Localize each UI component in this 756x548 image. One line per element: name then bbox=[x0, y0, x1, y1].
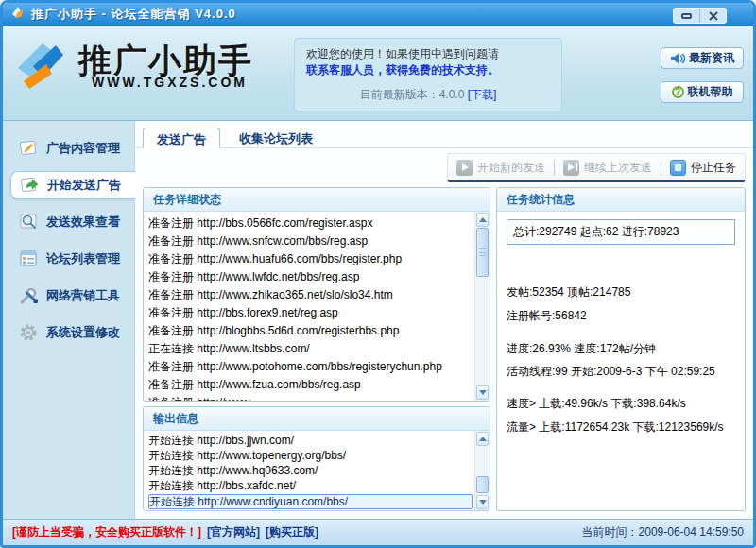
stat-progress: 进度:26.93% 速度:172帖/分钟 bbox=[507, 340, 735, 357]
toolbar-row: 开始新的发送 继续上次发送 停止任务 bbox=[135, 148, 753, 182]
scroll-down-button[interactable] bbox=[476, 385, 489, 400]
sidebar-item-forum-list[interactable]: 论坛列表管理 bbox=[10, 245, 134, 273]
task-status-row[interactable]: 准备注册 http://www.snfcw.com/bbs/reg.asp bbox=[148, 232, 472, 250]
download-link[interactable]: [下载] bbox=[468, 88, 497, 101]
chevron-up-icon bbox=[479, 217, 487, 222]
stat-threads: 活动线程:99 开始:2009-6-3 下午 02:59:25 bbox=[507, 363, 735, 380]
task-status-row[interactable]: 准备注册 http://www bbox=[148, 394, 472, 401]
logo-glyph-icon bbox=[14, 40, 75, 93]
output-row[interactable]: 开始连接 http://www.topenergy.org/bbs/ bbox=[148, 449, 472, 464]
tab-send-ads[interactable]: 发送广告 bbox=[143, 128, 220, 148]
scrollbar-thumb[interactable] bbox=[476, 228, 489, 277]
content-area: 发送广告 收集论坛列表 开始新的发送 继续上次发送 bbox=[135, 121, 753, 519]
sidebar-item-label: 开始发送广告 bbox=[47, 177, 121, 194]
buy-genuine-link[interactable]: [购买正版] bbox=[266, 524, 318, 540]
task-status-row[interactable]: 正在连接 http://www.ltsbbs.com/ bbox=[148, 340, 472, 358]
task-status-row[interactable]: 准备注册 http://www.zhikao365.net/slo/slo34.… bbox=[148, 286, 472, 304]
speaker-icon bbox=[670, 52, 685, 65]
continue-last-send-button[interactable]: 继续上次发送 bbox=[563, 160, 652, 176]
news-button[interactable]: 最新资讯 bbox=[661, 47, 744, 69]
titlebar[interactable]: 推广小助手 - 论坛全能营销 V4.0.0 bbox=[3, 3, 753, 26]
tools-icon bbox=[18, 285, 39, 306]
window-controls bbox=[673, 8, 727, 24]
version-text: 目前最新版本：4.0.0 bbox=[360, 88, 468, 101]
task-status-row[interactable]: 准备注册 http://bbs.0566fc.com/register.aspx bbox=[148, 214, 472, 232]
task-status-row[interactable]: 准备注册 http://www.lwfdc.net/bbs/reg.asp bbox=[148, 268, 472, 286]
sidebar-item-ad-content[interactable]: 广告内容管理 bbox=[10, 134, 134, 163]
tab-strip: 发送广告 收集论坛列表 bbox=[135, 121, 753, 148]
output-row[interactable]: 开始连接 http://bbs.xafdc.net/ bbox=[148, 479, 472, 494]
task-status-list: 准备注册 http://bbs.0566fc.com/register.aspx… bbox=[144, 212, 474, 401]
sidebar-item-start-sending[interactable]: 开始发送广告 bbox=[10, 171, 135, 199]
gear-icon bbox=[18, 322, 39, 343]
right-column: 任务统计信息 总计:292749 起点:62 进行:78923 发帖:52354… bbox=[496, 187, 746, 511]
task-status-row[interactable]: 准备注册 http://www.fzua.com/bbs/reg.asp bbox=[148, 376, 472, 394]
close-icon bbox=[709, 11, 718, 21]
output-row[interactable]: 开始连接 http://www.hq0633.com/ bbox=[148, 464, 472, 479]
header: 推广小助手 WWW.TGXZS.COM 欢迎您的使用！如果使用中遇到问题请 联系… bbox=[3, 26, 753, 121]
send-page-icon bbox=[19, 175, 40, 196]
stop-icon bbox=[670, 160, 686, 176]
list-window-icon bbox=[18, 248, 39, 269]
app-window: 推广小助手 - 论坛全能营销 V4.0.0 推广小助手 WWW.TGXZS.CO… bbox=[0, 0, 756, 548]
sidebar-item-label: 系统设置修改 bbox=[46, 324, 120, 341]
stat-traffic: 流量> 上载:1172654.23k 下载:12123569k/s bbox=[507, 419, 735, 436]
stats-body: 总计:292749 起点:62 进行:78923 发帖:52354 顶帖:214… bbox=[497, 212, 745, 510]
close-button[interactable] bbox=[700, 9, 726, 23]
scroll-up-button[interactable] bbox=[476, 213, 489, 227]
task-status-row[interactable]: 准备注册 http://www.potohome.com/bbs/registe… bbox=[148, 358, 472, 376]
welcome-line1: 欢迎您的使用！如果使用中遇到问题请 bbox=[306, 46, 550, 62]
chevron-up-icon bbox=[479, 437, 487, 441]
sidebar-item-system-settings[interactable]: 系统设置修改 bbox=[10, 318, 134, 347]
task-status-panel-title: 任务详细状态 bbox=[144, 188, 490, 212]
sidebar-item-label: 论坛列表管理 bbox=[46, 250, 120, 267]
stat-accounts: 注册帐号:56842 bbox=[507, 307, 735, 324]
scroll-up-button[interactable] bbox=[476, 432, 489, 446]
logo-title: 推广小助手 bbox=[78, 43, 253, 78]
window-title: 推广小助手 - 论坛全能营销 V4.0.0 bbox=[31, 6, 236, 23]
task-status-row[interactable]: 准备注册 http://www.huafu66.com/bbs/register… bbox=[148, 250, 472, 268]
help-button[interactable]: ? 联机帮助 bbox=[661, 81, 744, 103]
continue-last-send-label: 继续上次发送 bbox=[584, 160, 652, 176]
output-panel-title: 输出信息 bbox=[144, 407, 490, 431]
output-scrollbar[interactable] bbox=[474, 431, 490, 510]
start-new-send-label: 开始新的发送 bbox=[477, 160, 545, 176]
start-new-send-button[interactable]: 开始新的发送 bbox=[456, 160, 545, 176]
edit-note-icon bbox=[18, 138, 39, 159]
official-site-link[interactable]: [官方网站] bbox=[207, 524, 260, 540]
minimize-button[interactable] bbox=[674, 9, 699, 23]
logo-url: WWW.TGXZS.COM bbox=[92, 75, 253, 90]
toolbar: 开始新的发送 继续上次发送 停止任务 bbox=[447, 153, 746, 182]
stat-speed: 速度> 上载:49.96k/s 下载:398.64k/s bbox=[507, 395, 735, 412]
sidebar-item-send-results[interactable]: 发送效果查看 bbox=[10, 208, 134, 236]
tab-collect-forums[interactable]: 收集论坛列表 bbox=[226, 128, 326, 147]
app-logo-icon bbox=[10, 5, 26, 24]
output-list: 开始连接 http://bbs.jjwn.com/ 开始连接 http://ww… bbox=[144, 431, 474, 510]
output-row[interactable]: 开始连接 http://bbs.jjwn.com/ bbox=[148, 434, 472, 449]
task-status-scrollbar[interactable] bbox=[474, 212, 490, 401]
output-row-selected[interactable]: 开始连接 http://www.cndiyuan.com/bbs/ bbox=[148, 494, 472, 509]
scrollbar-track[interactable] bbox=[476, 447, 489, 494]
task-status-body: 准备注册 http://bbs.0566fc.com/register.aspx… bbox=[144, 212, 490, 401]
stat-posts: 发帖:52354 顶帖:214785 bbox=[507, 283, 735, 300]
task-status-row[interactable]: 准备注册 http://blogbbs.5d6d.com/registerbbs… bbox=[148, 322, 472, 340]
stats-summary-box: 总计:292749 起点:62 进行:78923 bbox=[507, 219, 735, 245]
play-icon bbox=[456, 160, 472, 176]
status-bar: [谨防上当受骗，安全购买正版软件！] [官方网站] [购买正版] 当前时间：20… bbox=[3, 519, 753, 545]
scrollbar-track[interactable] bbox=[476, 228, 489, 385]
output-body: 开始连接 http://bbs.jjwn.com/ 开始连接 http://ww… bbox=[144, 431, 490, 510]
contact-support-link[interactable]: 联系客服人员，获得免费的技术支持。 bbox=[306, 62, 550, 78]
sidebar: 广告内容管理 开始发送广告 发送效果查看 论坛列表管理 bbox=[3, 121, 135, 519]
version-line: 目前最新版本：4.0.0 [下载] bbox=[306, 87, 550, 103]
minimize-icon bbox=[681, 13, 692, 19]
news-button-label: 最新资讯 bbox=[689, 50, 734, 66]
welcome-box: 欢迎您的使用！如果使用中遇到问题请 联系客服人员，获得免费的技术支持。 目前最新… bbox=[294, 38, 562, 111]
task-status-panel: 任务详细状态 准备注册 http://bbs.0566fc.com/regist… bbox=[143, 187, 490, 402]
sidebar-item-marketing-tools[interactable]: 网络营销工具 bbox=[10, 282, 134, 310]
scroll-down-button[interactable] bbox=[476, 495, 489, 509]
toolbar-divider bbox=[661, 160, 662, 175]
task-status-row[interactable]: 准备注册 http://bbs.forex9.net/reg.asp bbox=[148, 304, 472, 322]
stop-task-button[interactable]: 停止任务 bbox=[670, 160, 736, 176]
scrollbar-thumb[interactable] bbox=[476, 476, 489, 493]
header-buttons: 最新资讯 ? 联机帮助 bbox=[661, 47, 744, 103]
